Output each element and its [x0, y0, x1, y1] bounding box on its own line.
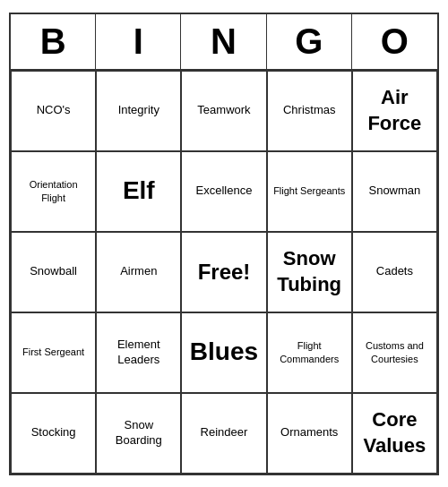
bingo-cell-17: Blues — [181, 312, 266, 393]
bingo-grid: NCO'sIntegrityTeamworkChristmasAir Force… — [11, 71, 437, 474]
header-letter-o: O — [352, 14, 437, 69]
bingo-cell-13: Snow Tubing — [267, 232, 352, 312]
header-letter-g: G — [267, 14, 352, 69]
bingo-cell-4: Air Force — [352, 71, 437, 151]
bingo-cell-22: Reindeer — [181, 393, 266, 474]
bingo-cell-6: Elf — [96, 151, 181, 232]
bingo-cell-24: Core Values — [352, 393, 437, 474]
bingo-cell-19: Customs and Courtesies — [352, 312, 437, 393]
bingo-cell-12: Free! — [181, 232, 266, 312]
bingo-card: BINGO NCO'sIntegrityTeamworkChristmasAir… — [9, 13, 439, 475]
bingo-cell-9: Snowman — [352, 151, 437, 232]
bingo-header: BINGO — [11, 14, 437, 71]
bingo-cell-14: Cadets — [352, 232, 437, 312]
bingo-cell-21: Snow Boarding — [96, 393, 181, 474]
header-letter-b: B — [11, 14, 96, 69]
bingo-cell-5: Orientation Flight — [11, 151, 96, 232]
bingo-cell-0: NCO's — [11, 71, 96, 151]
bingo-cell-20: Stocking — [11, 393, 96, 474]
bingo-cell-8: Flight Sergeants — [267, 151, 352, 232]
bingo-cell-2: Teamwork — [181, 71, 266, 151]
bingo-cell-3: Christmas — [267, 71, 352, 151]
bingo-cell-10: Snowball — [11, 232, 96, 312]
bingo-cell-23: Ornaments — [267, 393, 352, 474]
bingo-cell-16: Element Leaders — [96, 312, 181, 393]
header-letter-i: I — [96, 14, 181, 69]
bingo-cell-15: First Sergeant — [11, 312, 96, 393]
bingo-cell-7: Excellence — [181, 151, 266, 232]
bingo-cell-11: Airmen — [96, 232, 181, 312]
header-letter-n: N — [181, 14, 266, 69]
bingo-cell-1: Integrity — [96, 71, 181, 151]
bingo-cell-18: Flight Commanders — [267, 312, 352, 393]
